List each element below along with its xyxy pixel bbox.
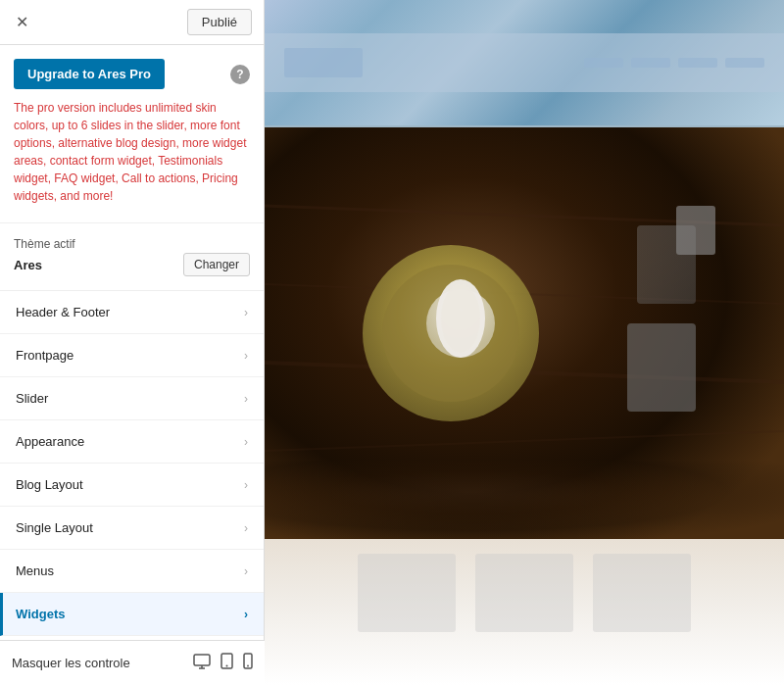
nav-label-menus: Menus: [16, 563, 54, 578]
close-icon: ✕: [16, 14, 28, 30]
chevron-right-icon: ›: [244, 521, 248, 535]
device-icons: [193, 653, 253, 673]
preview-nav-link: [584, 58, 623, 68]
svg-rect-18: [676, 206, 715, 255]
nav-label-frontpage: Frontpage: [16, 348, 74, 363]
svg-rect-20: [265, 461, 784, 539]
preview-nav-bar: [265, 33, 784, 92]
preview-header: [265, 0, 784, 127]
hide-controls-label: Masquer les controle: [12, 656, 183, 670]
nav-item-header-footer[interactable]: Header & Footer ›: [0, 291, 264, 334]
nav-label-header-footer: Header & Footer: [16, 305, 110, 319]
preview-content-area: [265, 539, 784, 685]
nav-label-widgets: Widgets: [16, 607, 65, 621]
preview-nav-link: [725, 58, 764, 68]
sidebar: ✕ Publié Upgrade to Ares Pro ? The pro v…: [0, 0, 265, 685]
sidebar-scroll-area: Upgrade to Ares Pro ? The pro version in…: [0, 45, 264, 685]
svg-point-4: [226, 665, 228, 667]
nav-label-appearance: Appearance: [16, 434, 84, 449]
nav-item-slider[interactable]: Slider ›: [0, 377, 264, 420]
nav-item-blog-layout[interactable]: Blog Layout ›: [0, 464, 264, 507]
nav-label-slider: Slider: [16, 391, 48, 406]
preview-card: [593, 554, 691, 632]
svg-point-6: [247, 665, 249, 667]
nav-item-frontpage[interactable]: Frontpage ›: [0, 334, 264, 377]
theme-label: Thème actif: [14, 237, 250, 251]
svg-rect-0: [194, 655, 210, 665]
chevron-right-icon: ›: [244, 435, 248, 449]
theme-name: Ares: [14, 258, 42, 272]
sidebar-header: ✕ Publié: [0, 0, 264, 45]
upgrade-section: Upgrade to Ares Pro ? The pro version in…: [0, 45, 264, 223]
nav-item-widgets[interactable]: Widgets ›: [0, 593, 264, 636]
publish-button[interactable]: Publié: [187, 9, 252, 35]
upgrade-description: The pro version includes unlimited skin …: [14, 99, 250, 205]
nav-item-appearance[interactable]: Appearance ›: [0, 420, 264, 464]
tablet-icon[interactable]: [220, 653, 233, 673]
chevron-right-icon: ›: [244, 478, 248, 492]
upgrade-header: Upgrade to Ares Pro ?: [14, 59, 250, 89]
help-icon[interactable]: ?: [230, 65, 250, 84]
mobile-icon[interactable]: [243, 653, 253, 673]
preview-nav-link: [678, 58, 717, 68]
theme-section: Thème actif Ares Changer: [0, 223, 264, 291]
preview-nav-link: [631, 58, 670, 68]
svg-point-16: [441, 284, 480, 353]
sidebar-footer: Masquer les controle: [0, 640, 265, 685]
chevron-right-icon: ›: [244, 392, 248, 406]
chevron-right-icon: ›: [244, 349, 248, 363]
chevron-right-icon: ›: [244, 306, 248, 319]
close-button[interactable]: ✕: [12, 11, 32, 34]
upgrade-button[interactable]: Upgrade to Ares Pro: [14, 59, 165, 89]
preview-card: [475, 554, 573, 632]
nav-label-blog-layout: Blog Layout: [16, 477, 83, 492]
chevron-right-icon-active: ›: [244, 608, 248, 621]
theme-row: Ares Changer: [14, 253, 250, 276]
change-theme-button[interactable]: Changer: [183, 253, 250, 276]
preview-nav-links: [584, 58, 764, 68]
nav-menu: Header & Footer › Frontpage › Slider › A…: [0, 291, 264, 679]
preview-content: [265, 0, 784, 685]
preview-logo: [284, 48, 363, 77]
preview-area: [265, 0, 784, 685]
chevron-right-icon: ›: [244, 564, 248, 578]
preview-hero-image: [265, 127, 784, 539]
nav-item-menus[interactable]: Menus ›: [0, 550, 264, 593]
desktop-icon[interactable]: [193, 654, 211, 673]
preview-card: [358, 554, 456, 632]
nav-item-single-layout[interactable]: Single Layout ›: [0, 507, 264, 550]
svg-rect-19: [627, 323, 696, 412]
nav-label-single-layout: Single Layout: [16, 520, 93, 535]
